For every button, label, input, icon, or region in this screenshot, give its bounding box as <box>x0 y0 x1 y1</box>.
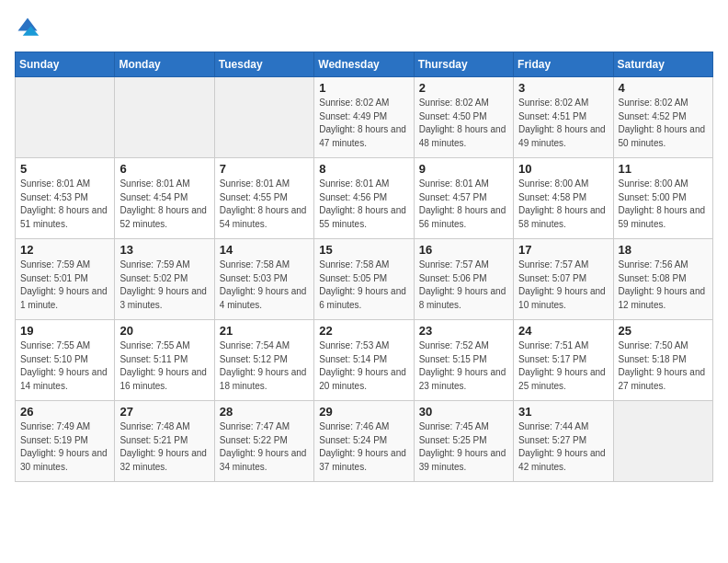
day-number: 7 <box>220 162 309 176</box>
calendar-cell: 21Sunrise: 7:54 AM Sunset: 5:12 PM Dayli… <box>214 320 313 401</box>
calendar-cell: 6Sunrise: 8:01 AM Sunset: 4:54 PM Daylig… <box>115 158 214 239</box>
day-info: Sunrise: 7:52 AM Sunset: 5:15 PM Dayligh… <box>419 339 508 393</box>
day-number: 14 <box>220 243 309 257</box>
calendar-cell <box>115 77 214 158</box>
calendar-cell: 18Sunrise: 7:56 AM Sunset: 5:08 PM Dayli… <box>613 239 712 320</box>
day-info: Sunrise: 7:47 AM Sunset: 5:22 PM Dayligh… <box>220 420 309 474</box>
weekday-header: Friday <box>514 52 613 77</box>
calendar-cell: 2Sunrise: 8:02 AM Sunset: 4:50 PM Daylig… <box>414 77 513 158</box>
day-info: Sunrise: 8:02 AM Sunset: 4:51 PM Dayligh… <box>518 97 608 150</box>
day-number: 27 <box>119 405 209 419</box>
day-number: 24 <box>518 324 608 338</box>
calendar-cell: 27Sunrise: 7:48 AM Sunset: 5:21 PM Dayli… <box>115 401 214 482</box>
day-number: 13 <box>119 243 209 257</box>
calendar-cell: 16Sunrise: 7:57 AM Sunset: 5:06 PM Dayli… <box>414 239 513 320</box>
weekday-header: Saturday <box>613 52 712 77</box>
day-number: 5 <box>20 162 109 176</box>
day-info: Sunrise: 7:53 AM Sunset: 5:14 PM Dayligh… <box>319 339 408 393</box>
day-number: 3 <box>518 81 608 95</box>
calendar-cell: 4Sunrise: 8:02 AM Sunset: 4:52 PM Daylig… <box>613 77 712 158</box>
day-info: Sunrise: 7:55 AM Sunset: 5:11 PM Dayligh… <box>119 339 209 393</box>
day-info: Sunrise: 8:02 AM Sunset: 4:50 PM Dayligh… <box>419 97 508 150</box>
day-info: Sunrise: 7:58 AM Sunset: 5:05 PM Dayligh… <box>319 259 408 312</box>
calendar-cell: 28Sunrise: 7:47 AM Sunset: 5:22 PM Dayli… <box>214 401 313 482</box>
day-number: 15 <box>319 243 408 257</box>
day-number: 9 <box>419 162 508 176</box>
day-number: 16 <box>419 243 508 257</box>
calendar-cell: 17Sunrise: 7:57 AM Sunset: 5:07 PM Dayli… <box>514 239 613 320</box>
calendar-cell: 5Sunrise: 8:01 AM Sunset: 4:53 PM Daylig… <box>16 158 115 239</box>
calendar-week-row: 5Sunrise: 8:01 AM Sunset: 4:53 PM Daylig… <box>16 158 713 239</box>
calendar-cell: 8Sunrise: 8:01 AM Sunset: 4:56 PM Daylig… <box>314 158 414 239</box>
calendar-cell: 12Sunrise: 7:59 AM Sunset: 5:01 PM Dayli… <box>16 239 115 320</box>
day-number: 12 <box>20 243 109 257</box>
calendar-cell: 31Sunrise: 7:44 AM Sunset: 5:27 PM Dayli… <box>514 401 613 482</box>
day-number: 6 <box>119 162 209 176</box>
calendar-cell: 30Sunrise: 7:45 AM Sunset: 5:25 PM Dayli… <box>414 401 513 482</box>
logo-icon <box>15 15 40 40</box>
day-info: Sunrise: 7:57 AM Sunset: 5:07 PM Dayligh… <box>518 259 608 312</box>
day-info: Sunrise: 8:00 AM Sunset: 5:00 PM Dayligh… <box>619 178 708 231</box>
calendar-header-row: SundayMondayTuesdayWednesdayThursdayFrid… <box>16 52 713 77</box>
calendar-cell: 3Sunrise: 8:02 AM Sunset: 4:51 PM Daylig… <box>514 77 613 158</box>
day-number: 22 <box>319 324 408 338</box>
day-number: 23 <box>419 324 508 338</box>
day-info: Sunrise: 7:59 AM Sunset: 5:01 PM Dayligh… <box>20 259 109 312</box>
calendar-week-row: 19Sunrise: 7:55 AM Sunset: 5:10 PM Dayli… <box>16 320 713 401</box>
day-info: Sunrise: 8:01 AM Sunset: 4:53 PM Dayligh… <box>20 178 109 231</box>
day-info: Sunrise: 8:02 AM Sunset: 4:52 PM Dayligh… <box>619 97 708 150</box>
weekday-header: Monday <box>115 52 214 77</box>
page-header <box>15 15 713 40</box>
logo <box>15 15 44 40</box>
day-info: Sunrise: 8:01 AM Sunset: 4:56 PM Dayligh… <box>319 178 408 231</box>
day-info: Sunrise: 7:51 AM Sunset: 5:17 PM Dayligh… <box>518 339 608 393</box>
day-info: Sunrise: 7:49 AM Sunset: 5:19 PM Dayligh… <box>20 420 109 474</box>
calendar-cell: 15Sunrise: 7:58 AM Sunset: 5:05 PM Dayli… <box>314 239 414 320</box>
weekday-header: Tuesday <box>214 52 313 77</box>
day-number: 17 <box>518 243 608 257</box>
calendar-cell: 7Sunrise: 8:01 AM Sunset: 4:55 PM Daylig… <box>214 158 313 239</box>
day-number: 11 <box>619 162 708 176</box>
day-number: 1 <box>319 81 408 95</box>
weekday-header: Sunday <box>16 52 115 77</box>
day-number: 8 <box>319 162 408 176</box>
calendar-cell: 20Sunrise: 7:55 AM Sunset: 5:11 PM Dayli… <box>115 320 214 401</box>
day-number: 30 <box>419 405 508 419</box>
weekday-header: Thursday <box>414 52 513 77</box>
day-number: 26 <box>20 405 109 419</box>
day-info: Sunrise: 7:46 AM Sunset: 5:24 PM Dayligh… <box>319 420 408 474</box>
calendar-cell: 1Sunrise: 8:02 AM Sunset: 4:49 PM Daylig… <box>314 77 414 158</box>
day-number: 29 <box>319 405 408 419</box>
day-number: 20 <box>119 324 209 338</box>
day-info: Sunrise: 7:45 AM Sunset: 5:25 PM Dayligh… <box>419 420 508 474</box>
day-info: Sunrise: 8:00 AM Sunset: 4:58 PM Dayligh… <box>518 178 608 231</box>
calendar-cell: 11Sunrise: 8:00 AM Sunset: 5:00 PM Dayli… <box>613 158 712 239</box>
calendar-cell: 14Sunrise: 7:58 AM Sunset: 5:03 PM Dayli… <box>214 239 313 320</box>
calendar-cell: 23Sunrise: 7:52 AM Sunset: 5:15 PM Dayli… <box>414 320 513 401</box>
day-info: Sunrise: 8:01 AM Sunset: 4:54 PM Dayligh… <box>119 178 209 231</box>
day-info: Sunrise: 8:01 AM Sunset: 4:55 PM Dayligh… <box>220 178 309 231</box>
day-info: Sunrise: 7:58 AM Sunset: 5:03 PM Dayligh… <box>220 259 309 312</box>
day-number: 25 <box>619 324 708 338</box>
calendar-cell: 25Sunrise: 7:50 AM Sunset: 5:18 PM Dayli… <box>613 320 712 401</box>
calendar-cell <box>16 77 115 158</box>
weekday-header: Wednesday <box>314 52 414 77</box>
day-info: Sunrise: 7:48 AM Sunset: 5:21 PM Dayligh… <box>119 420 209 474</box>
day-number: 2 <box>419 81 508 95</box>
day-number: 18 <box>619 243 708 257</box>
calendar-cell: 13Sunrise: 7:59 AM Sunset: 5:02 PM Dayli… <box>115 239 214 320</box>
day-number: 31 <box>518 405 608 419</box>
day-info: Sunrise: 8:01 AM Sunset: 4:57 PM Dayligh… <box>419 178 508 231</box>
svg-marker-0 <box>18 18 38 31</box>
day-info: Sunrise: 7:59 AM Sunset: 5:02 PM Dayligh… <box>119 259 209 312</box>
calendar-cell: 19Sunrise: 7:55 AM Sunset: 5:10 PM Dayli… <box>16 320 115 401</box>
day-info: Sunrise: 7:54 AM Sunset: 5:12 PM Dayligh… <box>220 339 309 393</box>
calendar-cell <box>613 401 712 482</box>
day-number: 4 <box>619 81 708 95</box>
calendar-week-row: 26Sunrise: 7:49 AM Sunset: 5:19 PM Dayli… <box>16 401 713 482</box>
calendar-cell <box>214 77 313 158</box>
calendar-cell: 29Sunrise: 7:46 AM Sunset: 5:24 PM Dayli… <box>314 401 414 482</box>
calendar-week-row: 12Sunrise: 7:59 AM Sunset: 5:01 PM Dayli… <box>16 239 713 320</box>
calendar-cell: 10Sunrise: 8:00 AM Sunset: 4:58 PM Dayli… <box>514 158 613 239</box>
calendar-cell: 9Sunrise: 8:01 AM Sunset: 4:57 PM Daylig… <box>414 158 513 239</box>
